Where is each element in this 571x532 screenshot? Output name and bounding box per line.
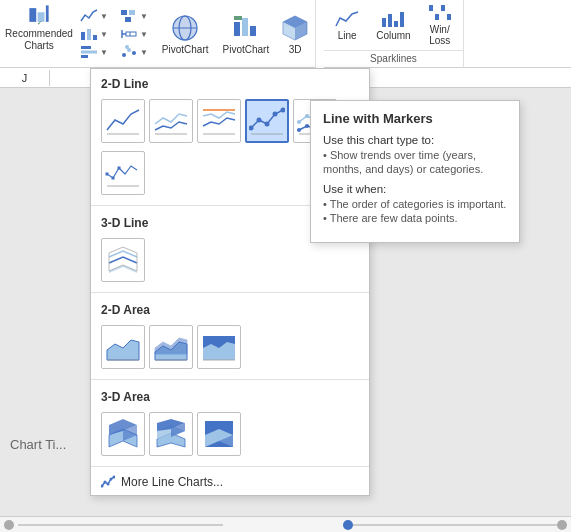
tooltip-use-to-item-1: • Show trends over time (years, [323, 149, 507, 161]
svg-rect-5 [87, 29, 91, 40]
svg-point-49 [297, 128, 301, 132]
bar-chart-button[interactable]: ▼ [76, 44, 112, 60]
area-chart-option-2[interactable] [149, 325, 193, 369]
line-with-markers-option[interactable] [245, 99, 289, 143]
svg-rect-35 [400, 12, 404, 27]
2d-area-title: 2-D Area [91, 295, 369, 321]
svg-rect-59 [118, 167, 121, 170]
line-sparkline-button[interactable]: Line [330, 2, 364, 48]
svg-rect-2 [46, 5, 49, 22]
line-chart-button[interactable]: ▼ [76, 8, 112, 24]
tooltip-title: Line with Markers [323, 111, 507, 126]
svg-point-44 [257, 118, 262, 123]
charts-group: ▼ ▼ ▼ [74, 0, 316, 68]
maps-icon [171, 14, 199, 42]
svg-point-82 [110, 478, 113, 481]
hierarchy-icon [120, 9, 138, 23]
scroll-thumb [343, 520, 353, 530]
stats-chart-button[interactable]: ▼ [116, 26, 152, 42]
svg-rect-15 [126, 32, 136, 36]
3d-area-icons-row [91, 408, 369, 464]
line-chart-option-1[interactable] [101, 99, 145, 143]
area-chart-option-3[interactable] [197, 325, 241, 369]
line-chart-option-small[interactable] [101, 151, 145, 195]
tooltip-use-when-list: • The order of categories is important. … [323, 198, 507, 224]
svg-rect-38 [441, 5, 445, 11]
sparklines-section-label: Sparklines [324, 50, 462, 64]
hierarchy-chart-button[interactable]: ▼ [116, 8, 152, 24]
maps-label: PivotChart [162, 44, 209, 55]
cell-reference[interactable]: J [0, 70, 50, 86]
tooltip-use-to-item-2: months, and days) or categories. [323, 163, 507, 175]
tooltip-use-when-item-2: • There are few data points. [323, 212, 507, 224]
line-chart-option-2[interactable] [149, 99, 193, 143]
scatter-chart-button[interactable]: ▼ [116, 44, 152, 60]
3d-icon [281, 14, 309, 42]
3d-area-title: 3-D Area [91, 382, 369, 408]
divider-3 [91, 379, 369, 380]
scroll-track-2 [353, 524, 558, 526]
svg-rect-8 [81, 51, 97, 54]
3d-area-option-2[interactable] [149, 412, 193, 456]
svg-point-53 [297, 120, 301, 124]
column-sparkline-button[interactable]: Column [372, 2, 414, 48]
svg-point-17 [122, 53, 126, 57]
winloss-sparkline-icon [427, 4, 453, 22]
svg-point-46 [273, 112, 278, 117]
svg-rect-10 [121, 10, 127, 15]
area-chart-option-1[interactable] [101, 325, 145, 369]
horizontal-scrollbar[interactable] [0, 516, 571, 532]
svg-rect-12 [125, 17, 131, 22]
line-dropdown-arrow: ▼ [100, 12, 108, 21]
svg-point-45 [265, 122, 270, 127]
column-sparkline-icon [380, 10, 406, 28]
svg-rect-37 [435, 14, 439, 20]
line-sparkline-icon [334, 10, 360, 28]
scatter-dropdown-arrow: ▼ [140, 48, 148, 57]
column-bar-group: ▼ ▼ ▼ [74, 4, 114, 64]
svg-rect-0 [29, 8, 36, 22]
svg-rect-32 [382, 18, 386, 27]
svg-rect-36 [429, 5, 433, 11]
recommended-charts-icon: ✓ [23, 4, 55, 26]
recommended-charts-button[interactable]: ✓ Recommended Charts [4, 0, 74, 56]
3d-area-option-3[interactable] [197, 412, 241, 456]
3d-area-option-1[interactable] [101, 412, 145, 456]
pivotchart-icon [232, 14, 260, 42]
svg-rect-58 [112, 177, 115, 180]
winloss-sparkline-label: Win/ Loss [429, 24, 450, 46]
3d-line-option-1[interactable] [101, 238, 145, 282]
2d-area-icons-row [91, 321, 369, 377]
svg-rect-9 [81, 55, 88, 58]
hierarchy-dropdown-arrow: ▼ [140, 12, 148, 21]
svg-rect-25 [234, 22, 240, 36]
pivotchart-label: PivotChart [223, 44, 270, 55]
svg-rect-34 [394, 21, 398, 27]
tooltip-use-to-label: Use this chart type to: [323, 134, 507, 146]
svg-rect-11 [129, 10, 135, 15]
bar-dropdown-arrow: ▼ [100, 48, 108, 57]
tooltip-use-to-list: • Show trends over time (years, months, … [323, 149, 507, 175]
more-line-charts-label: More Line Charts... [121, 475, 223, 489]
winloss-sparkline-button[interactable]: Win/ Loss [423, 2, 457, 48]
column-sparkline-label: Column [376, 30, 410, 41]
line-chart-option-3[interactable] [197, 99, 241, 143]
scroll-dot [4, 520, 14, 530]
svg-rect-28 [234, 16, 242, 20]
svg-text:✓: ✓ [37, 20, 42, 26]
stats-dropdown-arrow: ▼ [140, 30, 148, 39]
more-line-charts-link[interactable]: More Line Charts... [91, 469, 369, 495]
svg-rect-27 [250, 26, 256, 36]
scatter-icon [120, 45, 138, 59]
svg-rect-57 [106, 173, 109, 176]
3d-button[interactable]: 3D [275, 6, 315, 62]
column-chart-icon [80, 27, 98, 41]
svg-marker-64 [155, 338, 187, 354]
3d-label: 3D [289, 44, 302, 55]
tooltip-use-when-label: Use it when: [323, 183, 507, 195]
column-dropdown-arrow: ▼ [100, 30, 108, 39]
svg-point-81 [107, 483, 110, 486]
pivotchart-button[interactable]: PivotChart [217, 6, 276, 62]
maps-button[interactable]: PivotChart [154, 6, 217, 62]
column-chart-button[interactable]: ▼ [76, 26, 112, 42]
